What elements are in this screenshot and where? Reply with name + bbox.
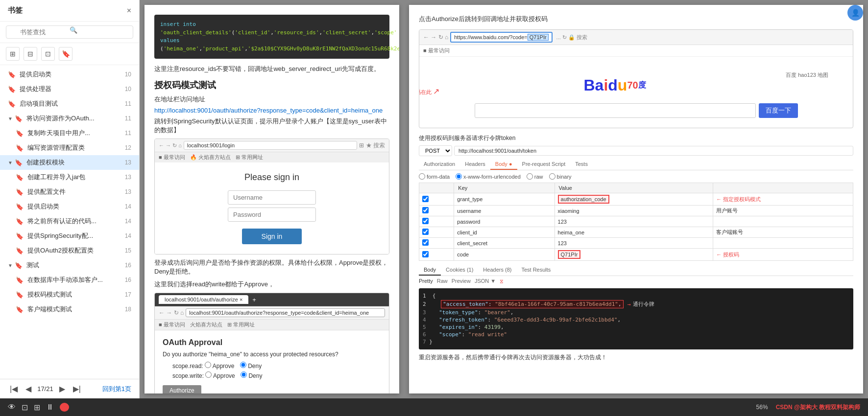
tab-test-results[interactable]: Test Results — [516, 265, 555, 276]
sidebar-item-4[interactable]: ▼ 🔖 将访问资源作为OAuth... 11 — [0, 111, 139, 126]
next-page-btn[interactable]: ▶ — [57, 383, 67, 394]
table-row: username xiaoming 用户账号 — [419, 206, 853, 216]
row5-check[interactable] — [422, 239, 429, 246]
access-token-highlight: "access_token": "8bf46e1a-166f-40c7-95am… — [441, 300, 623, 308]
request-url-input[interactable] — [454, 146, 853, 156]
prev-page-btn[interactable]: ◀ — [24, 383, 33, 394]
browser-bar: ← → ↻ ⌂ localhost:9001/login ⊞ ★ 搜索 — [155, 139, 389, 152]
bookmark-btn[interactable]: 🔖 — [59, 47, 72, 61]
expand-all-btn[interactable]: ⊞ — [6, 47, 20, 61]
sidebar-item-14[interactable]: ▼ 🔖 测试 16 — [0, 258, 139, 273]
col-check — [419, 183, 454, 193]
scope-write-deny-radio[interactable] — [241, 371, 247, 378]
tab-pre-request[interactable]: Pre-request Script — [517, 159, 571, 170]
sidebar-item-10[interactable]: 🔖 提供启动类 14 — [0, 199, 139, 214]
opt-json[interactable]: JSON ▼ — [475, 278, 496, 284]
sidebar-item-7[interactable]: ▼ 🔖 创建授权模块 13 — [0, 155, 139, 170]
close-icon[interactable]: × — [127, 6, 131, 15]
row2-check[interactable] — [422, 207, 429, 213]
baidu-search-input[interactable] — [475, 103, 756, 118]
pause-icon[interactable]: ⏸ — [46, 403, 54, 412]
item-count-4: 11 — [125, 115, 131, 122]
binary-radio[interactable] — [549, 173, 555, 180]
scope-read-deny-radio[interactable] — [240, 362, 246, 368]
baidu-top-nav: 百度 hao123 地图 — [786, 71, 828, 79]
sidebar-item-11[interactable]: 🔖 将之前所有认证的代码... 14 — [0, 214, 139, 229]
tab-authorization[interactable]: Authorization — [419, 159, 460, 170]
item-text-14: 测试 — [26, 261, 125, 270]
opt-pretty[interactable]: Pretty — [419, 278, 433, 284]
postman-toolbar: POST — [419, 145, 853, 156]
eye-icon[interactable]: 👁 — [8, 403, 16, 412]
row1-check[interactable] — [422, 196, 429, 202]
password-input[interactable] — [228, 208, 316, 222]
http-method-select[interactable]: POST — [419, 145, 452, 156]
tab-headers-response[interactable]: Headers (8) — [478, 265, 516, 276]
tab-headers[interactable]: Headers — [460, 159, 490, 170]
signin-button[interactable]: Sign in — [242, 229, 302, 244]
layout-icon[interactable]: ⊡ — [22, 403, 28, 412]
tab-tests[interactable]: Tests — [570, 159, 593, 170]
last-page-btn[interactable]: ▶| — [71, 383, 83, 394]
avatar[interactable]: 👤 — [847, 5, 863, 21]
sidebar-item-5[interactable]: 🔖 复制昨天项目中用户... 11 — [0, 126, 139, 140]
bookmark-icon-5: 🔖 — [16, 130, 24, 137]
item-text-15: 在数据库中手动添加客户... — [27, 276, 125, 284]
row6-annotation: ← 授权码 — [713, 249, 853, 261]
row6-check[interactable] — [422, 251, 429, 257]
auth-url-link[interactable]: http://localhost:9001/oauth/authorize?re… — [154, 107, 383, 114]
tab-cookies[interactable]: Cookies (1) — [441, 265, 478, 276]
play-icon[interactable]: ▶ — [60, 403, 69, 412]
sidebar-item-3[interactable]: 🔖 启动项目测试 11 — [0, 96, 139, 111]
username-input[interactable] — [228, 190, 316, 205]
baidu-search-btn[interactable]: 百度一下 — [759, 103, 798, 118]
sidebar-item-15[interactable]: 🔖 在数据库中手动添加客户... 16 — [0, 273, 139, 287]
scope-read-approve-radio[interactable] — [205, 362, 211, 368]
item-count-9: 13 — [125, 188, 131, 195]
form-data-radio[interactable] — [419, 173, 425, 180]
opt-preview[interactable]: Preview — [452, 278, 471, 284]
sidebar-item-9[interactable]: 🔖 提供配置文件 13 — [0, 185, 139, 199]
urlencoded-radio[interactable] — [456, 173, 462, 180]
filter-icon[interactable]: ⧖ — [500, 278, 504, 284]
table-row: grant_type authorization_code ← 指定授权码模式 — [419, 193, 853, 206]
sidebar-item-16[interactable]: 🔖 授权码模式测试 17 — [0, 287, 139, 302]
row3-check[interactable] — [422, 218, 429, 224]
bookmark-icon-9: 🔖 — [16, 188, 24, 196]
back-to-first-btn[interactable]: 回到第1页 — [102, 385, 131, 393]
browser-bar2: localhost:9001/oauth/authorize × + — [155, 293, 389, 306]
scope-write-approve-radio[interactable] — [205, 371, 212, 378]
row4-check[interactable] — [422, 229, 429, 235]
zoom-level: 56% — [756, 404, 768, 411]
authorize-button[interactable]: Authorize — [163, 385, 201, 393]
sidebar-item-12[interactable]: 🔖 提供SpringSecurity配... 14 — [0, 229, 139, 243]
sidebar-item-17[interactable]: 🔖 客户端模式测试 18 — [0, 302, 139, 317]
row6-key: code — [454, 249, 555, 261]
browser-addr-bar2: ← → ↻ ⌂ localhost:9001/oauth/authorize?r… — [155, 306, 389, 320]
sidebar-item-1[interactable]: 🔖 提供启动类 10 — [0, 67, 139, 82]
bookmark-icon-8: 🔖 — [16, 174, 24, 181]
first-page-btn[interactable]: |◀ — [8, 383, 20, 394]
sidebar-header: 书签 × — [0, 0, 139, 22]
code-block: insert into 'oauth_client_details'('clie… — [154, 15, 389, 59]
csdn-brand: CSDN @架构大 教程双料架构师 — [776, 403, 860, 412]
page-view-btn[interactable]: ⊡ — [41, 47, 55, 61]
tab-body[interactable]: Body ● — [490, 159, 517, 170]
row1-value-cell: authorization_code — [555, 193, 713, 206]
browser-tab: localhost:9001/oauth/authorize × — [159, 295, 248, 304]
sidebar-item-8[interactable]: 🔖 创建工程并导入jar包 13 — [0, 170, 139, 185]
response-options: Pretty Raw Preview JSON ▼ ⧖ — [419, 276, 853, 286]
sidebar-item-13[interactable]: 🔖 提供OAuth2授权配置类 15 — [0, 243, 139, 258]
sidebar-item-2[interactable]: 🔖 提供处理器 10 — [0, 82, 139, 96]
bookmark-icon-1: 🔖 — [8, 71, 16, 78]
response-line-7: 7 } — [423, 338, 849, 346]
response-line-1: 1 { — [423, 292, 849, 300]
opt-raw[interactable]: Raw — [437, 278, 448, 284]
collapse-all-btn[interactable]: ⊟ — [24, 47, 37, 61]
grid-icon[interactable]: ⊞ — [34, 403, 40, 412]
row4-annotation: 客户端账号 — [713, 227, 853, 238]
tab-body-response[interactable]: Body — [419, 265, 441, 276]
sidebar-item-6[interactable]: 🔖 编写资源管理配置类 12 — [0, 140, 139, 155]
raw-radio[interactable] — [527, 173, 533, 180]
browser-bookmarks-bar: ■ 最常访问 🔥 火焰喜方站点 ⊞ 常用网址 — [155, 152, 389, 162]
